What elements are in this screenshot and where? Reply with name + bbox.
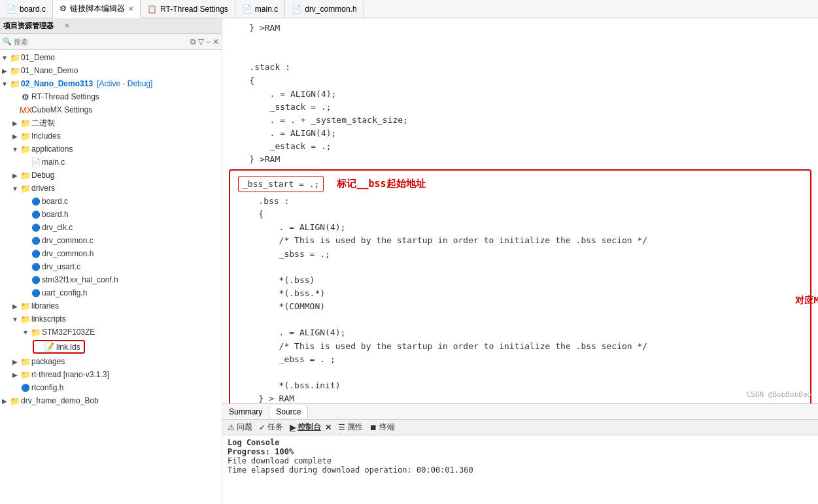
active-debug-tag: [Active - Debug] [97,79,152,88]
toolbar-icon-close[interactable]: ✕ [213,37,219,46]
close-x[interactable]: ✕ [325,423,332,432]
tree-arrow: ▶ [10,358,20,365]
tab-label-board-c: board.c [20,5,46,14]
tree-item-linkscripts[interactable]: ▼ 📁 linkscripts [0,312,222,326]
right-annotation-text: 对应MDK 散列文件中ZI段 [795,295,818,305]
console-toolbar: ⚠ 问题 ✓ 任务 ▶ 控制台 ✕ ☰ 属性 [222,420,818,435]
bss-start-row: _bss_start = .; 标记__bss起始地址 [238,176,802,193]
tree-arrow: ▶ [10,172,20,179]
file-icon: 🔵 [30,263,42,271]
tree-arrow: ▼ [0,80,9,88]
tree-item-01demo[interactable]: ▼ 📁 01_Demo [0,51,222,64]
console-toolbar-terminal[interactable]: ⏹ 终端 [369,422,395,433]
file-icon: 🔵 [30,289,42,297]
sidebar-tree: ▼ 📁 01_Demo ▶ 📁 01_Nano_Demo ▼ 📁 02_Nano… [0,50,222,504]
mx-icon: MX [20,105,31,115]
tree-item-drv-common-h[interactable]: 🔵 drv_common.h [0,247,222,260]
file-icon: 🔵 [30,250,42,258]
tree-item-drv-frame-demo[interactable]: ▶ 📁 drv_frame_demo_Bob [0,394,222,407]
tree-item-drv-usart[interactable]: 🔵 drv_usart.c [0,260,222,273]
tree-item-drv-clk[interactable]: 🔵 drv_clk.c [0,221,222,234]
file-icon: 🔵 [30,224,42,232]
tree-label: uart_config.h [42,288,87,297]
tree-label: drv_frame_demo_Bob [21,396,99,405]
tree-item-applications[interactable]: ▼ 📁 applications [0,143,222,156]
folder-icon: 📁 [9,66,21,76]
toolbar-icon-copy[interactable]: ⧉ [190,37,196,46]
console-title: Log Console [228,438,813,447]
tab-drv-common-h[interactable]: 📄 drv_common.h [285,0,364,18]
tree-label: stm32f1xx_hal_conf.h [42,275,118,284]
search-icon: 🔍 [3,37,12,46]
tree-arrow: ▶ [10,303,20,310]
properties-label: 属性 [347,422,363,433]
file-icon: 🔵 [30,197,42,206]
console-toolbar-problems[interactable]: ⚠ 问题 [228,422,252,433]
search-input[interactable] [12,38,190,46]
file-icon: 🔵 [30,210,42,219]
tree-item-uart-config[interactable]: 🔵 uart_config.h [0,286,222,299]
tree-item-libraries[interactable]: ▶ 📁 libraries [0,299,222,312]
tree-item-main-c[interactable]: 📄 main.c [0,156,222,169]
tree-item-link-lds[interactable]: 📝 link.lds [33,340,85,354]
tab-icon-drv-common-h: 📄 [292,5,301,14]
tree-item-rtconfig[interactable]: 🔵 rtconfig.h [0,381,222,394]
folder-icon: 📁 [20,301,31,311]
folder-icon: 📁 [20,314,31,324]
script-icon: 📝 [43,341,55,352]
tree-label: drivers [31,184,55,193]
tab-close-linker[interactable]: ✕ [128,5,133,12]
tree-item-drivers[interactable]: ▼ 📁 drivers [0,182,222,195]
problems-label: 问题 [237,422,252,433]
tree-label-active: 02_Nano_Demo313 [21,79,93,88]
editor-content[interactable]: } >RAM .stack : { . = ALIGN(4); _sstack … [222,18,818,403]
console-content: Log Console Progress: 100% File download… [222,435,818,504]
toolbar-icon-minus[interactable]: − [206,37,211,46]
console-toolbar-console[interactable]: ▶ 控制台 ✕ [290,422,332,433]
tab-main-c[interactable]: 📄 main.c [235,0,285,18]
tree-arrow: ▼ [0,54,9,61]
list-icon: ☰ [338,423,345,432]
tree-label: drv_clk.c [42,223,73,232]
folder-icon: 📁 [20,357,31,367]
tab-linker-script[interactable]: ⚙ 链接脚本编辑器 ✕ [53,1,141,18]
tab-source[interactable]: Source [269,405,308,418]
tree-arrow: ▶ [10,133,20,140]
folder-icon: 📁 [9,79,21,89]
tab-icon-linker: ⚙ [60,4,67,13]
tree-arrow: ▶ [10,120,20,127]
tree-label: RT-Thread Settings [31,92,99,101]
tree-arrow: ▼ [10,146,20,153]
tree-label: drv_common.c [42,236,94,245]
tree-item-debug[interactable]: ▶ 📁 Debug [0,169,222,182]
console-label: 控制台 [298,422,321,433]
tree-item-drv-common-c[interactable]: 🔵 drv_common.c [0,234,222,247]
tree-item-rtthread-settings[interactable]: ⚙ RT-Thread Settings [0,90,222,103]
editor-area: } >RAM .stack : { . = ALIGN(4); _sstack … [222,18,818,419]
tab-label-drv-common-h: drv_common.h [305,5,356,14]
tab-board-c[interactable]: 📄 board.c [0,0,53,18]
tree-item-binary[interactable]: ▶ 📁 二进制 [0,116,222,129]
console-toolbar-tasks[interactable]: ✓ 任务 [259,422,283,433]
tab-rt-thread[interactable]: 📋 RT-Thread Settings [141,0,235,18]
console-toolbar-properties[interactable]: ☰ 属性 [338,422,363,433]
tree-item-board-c[interactable]: 🔵 board.c [0,195,222,208]
toolbar-icon-arrow-down[interactable]: ▽ [198,37,204,46]
tree-arrow: ▶ [0,397,9,405]
tree-item-packages[interactable]: ▶ 📁 packages [0,355,222,368]
tree-item-stm32-hal[interactable]: 🔵 stm32f1xx_hal_conf.h [0,273,222,286]
watermark: CSDN @BobBobBao [747,390,811,401]
tree-arrow: ▼ [10,316,20,323]
tree-label: board.c [42,197,68,206]
tree-item-01nano[interactable]: ▶ 📁 01_Nano_Demo [0,64,222,77]
tree-item-board-h[interactable]: 🔵 board.h [0,208,222,221]
folder-icon: 📁 [20,144,31,154]
tree-item-02nano[interactable]: ▼ 📁 02_Nano_Demo313 [Active - Debug] [0,77,222,90]
tasks-label: 任务 [267,422,283,433]
tab-summary[interactable]: Summary [222,405,269,418]
tree-item-stm32f103ze[interactable]: ▼ 📁 STM32F103ZE [0,326,222,339]
tree-item-includes[interactable]: ▶ 📁 Includes [0,129,222,143]
settings-icon: ⚙ [20,92,31,102]
tree-item-rt-thread-nano[interactable]: ▶ 📁 rt-thread [nano-v3.1.3] [0,368,222,381]
tree-item-cubemx[interactable]: MX CubeMX Settings [0,103,222,116]
